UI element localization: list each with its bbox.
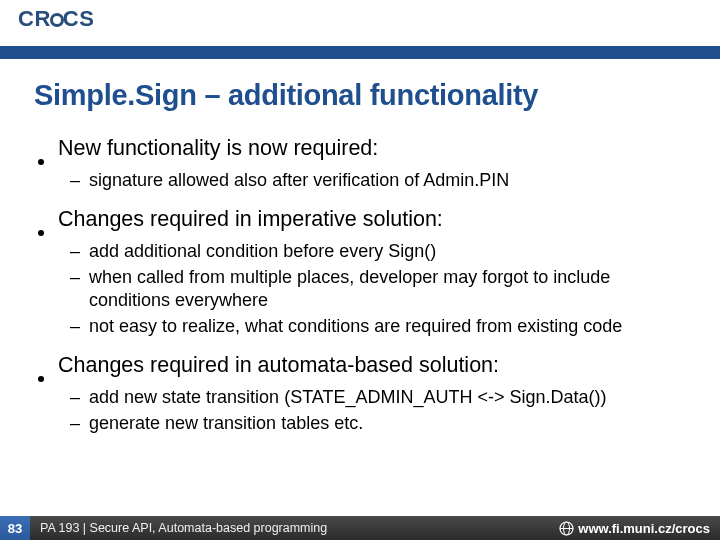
- sub-text: generate new transition tables etc.: [89, 412, 363, 436]
- sub-item: –when called from multiple places, devel…: [70, 266, 686, 314]
- sub-item: –add new state transition (STATE_ADMIN_A…: [70, 386, 686, 410]
- sub-item: –not easy to realize, what conditions ar…: [70, 315, 686, 339]
- bullet-dot-icon: [38, 230, 44, 236]
- sub-item: –add additional condition before every S…: [70, 240, 686, 264]
- sub-list: –add new state transition (STATE_ADMIN_A…: [70, 386, 686, 436]
- logo: CRCS: [18, 6, 94, 32]
- dash-icon: –: [70, 267, 80, 288]
- bullet-item: Changes required in automata-based solut…: [34, 351, 686, 436]
- slide-content: Simple.Sign – additional functionality N…: [0, 59, 720, 435]
- dash-icon: –: [70, 170, 80, 191]
- footer-url: www.fi.muni.cz/crocs: [559, 521, 710, 536]
- sub-item: –generate new transition tables etc.: [70, 412, 686, 436]
- logo-post: CS: [63, 6, 95, 31]
- dash-icon: –: [70, 413, 80, 434]
- sub-list: –add additional condition before every S…: [70, 240, 686, 339]
- footer-url-text: www.fi.muni.cz/crocs: [578, 521, 710, 536]
- sub-text: signature allowed also after verificatio…: [89, 169, 509, 193]
- footer: 83 PA 193 | Secure API, Automata-based p…: [0, 516, 720, 540]
- bullet-item: Changes required in imperative solution:…: [34, 205, 686, 339]
- bullet-text: Changes required in imperative solution:: [58, 205, 443, 234]
- logo-pre: CR: [18, 6, 51, 31]
- sub-text: add additional condition before every Si…: [89, 240, 436, 264]
- sub-text: not easy to realize, what conditions are…: [89, 315, 622, 339]
- bullet-dot-icon: [38, 159, 44, 165]
- footer-course: PA 193 | Secure API, Automata-based prog…: [40, 521, 327, 535]
- bullet-text: New functionality is now required:: [58, 134, 378, 163]
- page-number: 83: [0, 516, 30, 540]
- dash-icon: –: [70, 316, 80, 337]
- dash-icon: –: [70, 387, 80, 408]
- logo-o-icon: [50, 13, 64, 27]
- sub-text: add new state transition (STATE_ADMIN_AU…: [89, 386, 607, 410]
- globe-icon: [559, 521, 574, 536]
- accent-bar: [0, 46, 720, 59]
- bullet-list: New functionality is now required:–signa…: [34, 134, 686, 435]
- dash-icon: –: [70, 241, 80, 262]
- bullet-item: New functionality is now required:–signa…: [34, 134, 686, 193]
- header: CRCS: [0, 0, 720, 46]
- sub-list: –signature allowed also after verificati…: [70, 169, 686, 193]
- sub-text: when called from multiple places, develo…: [89, 266, 686, 314]
- bullet-dot-icon: [38, 376, 44, 382]
- sub-item: –signature allowed also after verificati…: [70, 169, 686, 193]
- bullet-text: Changes required in automata-based solut…: [58, 351, 499, 380]
- slide-title: Simple.Sign – additional functionality: [34, 79, 686, 112]
